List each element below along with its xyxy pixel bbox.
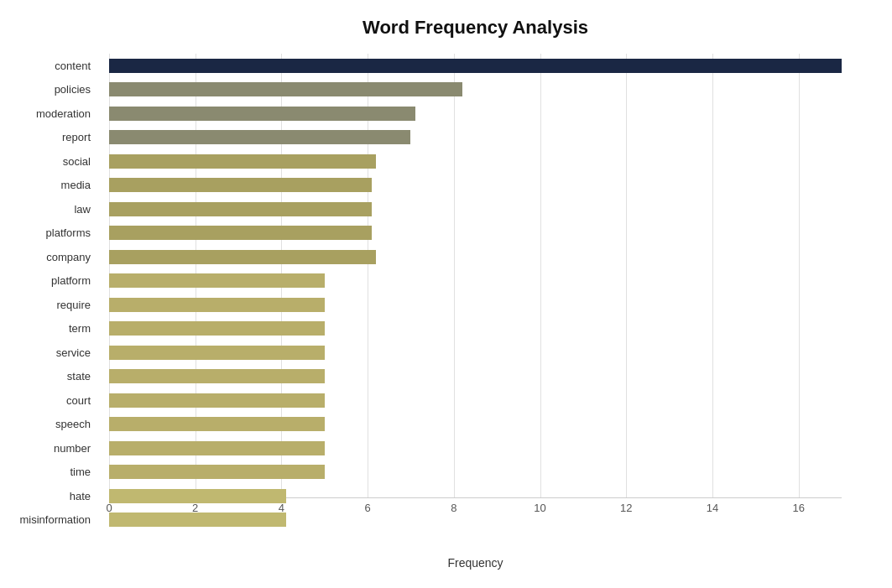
bar-track (109, 369, 842, 383)
x-tick: 4 (279, 502, 284, 514)
chart-title: Word Frequency Analysis (109, 17, 842, 39)
bar-row: term (109, 317, 842, 341)
bar-track (109, 202, 842, 216)
bar-row: content (109, 54, 842, 78)
bar-label: state (0, 370, 101, 382)
bar-label: company (0, 251, 101, 263)
bar-label: service (0, 346, 101, 359)
bar-label: speech (0, 418, 101, 430)
bar-row: court (109, 388, 842, 413)
bar-row: number (109, 436, 842, 461)
bar-label: report (0, 131, 101, 143)
bar-label: misinformation (0, 513, 101, 526)
bar-track (109, 441, 842, 455)
bar-row: moderation (109, 101, 842, 126)
bar-fill (109, 298, 325, 312)
bar-row: require (109, 293, 842, 317)
bar-track (109, 59, 842, 73)
x-tick: 16 (792, 502, 804, 514)
bar-label: number (0, 442, 101, 455)
bar-row: time (109, 461, 842, 485)
bar-fill (109, 107, 415, 121)
bar-fill (109, 465, 325, 479)
bar-track (109, 250, 842, 264)
bar-label: policies (0, 83, 101, 96)
bar-label: require (0, 299, 101, 311)
bar-track (109, 178, 842, 192)
bar-fill (109, 321, 325, 336)
bar-label: time (0, 466, 101, 478)
bar-track (109, 298, 842, 312)
bar-label: media (0, 179, 101, 191)
bars-wrapper: contentpoliciesmoderationreportsocialmed… (109, 54, 842, 532)
bar-fill (109, 59, 842, 73)
chart-area: contentpoliciesmoderationreportsocialmed… (109, 54, 842, 532)
x-tick: 14 (707, 502, 718, 514)
bar-fill (109, 273, 325, 288)
bar-row: service (109, 341, 842, 365)
bar-track (109, 273, 842, 288)
bar-fill (109, 130, 410, 144)
bar-label: term (0, 322, 101, 335)
bar-track (109, 346, 842, 360)
x-tick: 2 (192, 502, 198, 514)
chart-container: Word Frequency Analysis contentpoliciesm… (0, 0, 892, 588)
bar-fill (109, 154, 376, 169)
x-tick: 8 (451, 502, 456, 514)
bar-fill (109, 178, 372, 192)
bar-fill (109, 250, 376, 264)
bar-row: company (109, 245, 842, 269)
bar-row: speech (109, 413, 842, 437)
x-tick: 10 (534, 502, 545, 514)
bar-track (109, 465, 842, 479)
bar-label: moderation (0, 107, 101, 120)
x-axis-label: Frequency (109, 556, 842, 570)
bar-row: state (109, 365, 842, 389)
bar-fill (109, 369, 325, 383)
bar-track (109, 226, 842, 240)
bar-label: hate (0, 490, 101, 502)
bar-label: platforms (0, 226, 101, 239)
bar-label: content (0, 60, 101, 72)
bar-track (109, 82, 842, 96)
bar-row: law (109, 197, 842, 221)
bar-track (109, 417, 842, 431)
bar-track (109, 321, 842, 336)
bar-row: policies (109, 78, 842, 102)
bar-fill (109, 82, 462, 96)
bar-track (109, 154, 842, 169)
bar-row: social (109, 149, 842, 174)
bar-track (109, 393, 842, 408)
bar-row: media (109, 174, 842, 198)
bar-label: court (0, 394, 101, 407)
bar-track (109, 107, 842, 121)
bar-row: platforms (109, 221, 842, 246)
bar-label: platform (0, 274, 101, 287)
x-tick: 12 (620, 502, 632, 514)
bar-label: law (0, 203, 101, 216)
x-tick: 6 (364, 502, 370, 514)
bar-fill (109, 441, 325, 455)
bar-fill (109, 393, 325, 408)
x-axis: 0246810121416 (109, 498, 842, 532)
x-tick: 0 (106, 502, 112, 514)
bar-fill (109, 346, 325, 360)
bar-track (109, 130, 842, 144)
bar-row: report (109, 126, 842, 150)
bar-fill (109, 202, 372, 216)
bar-row: platform (109, 269, 842, 294)
bar-fill (109, 226, 372, 240)
bar-label: social (0, 155, 101, 168)
bar-fill (109, 417, 325, 431)
